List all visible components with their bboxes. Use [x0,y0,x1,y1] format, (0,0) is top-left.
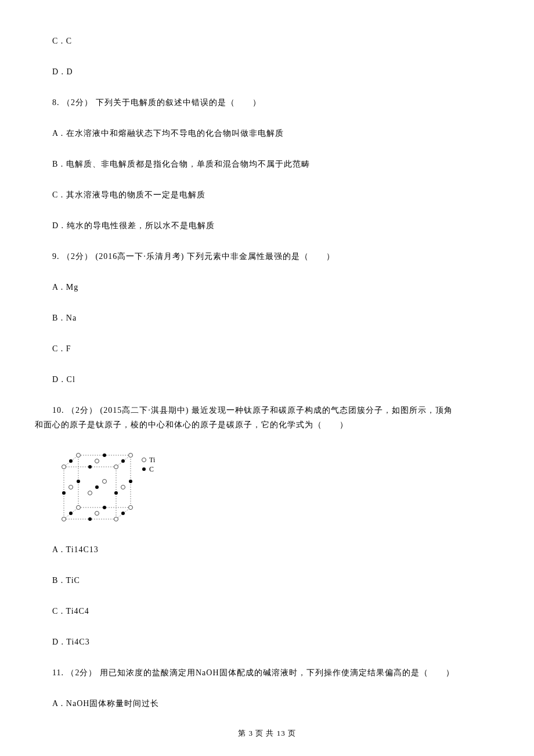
q9-option-c: C . F [35,343,499,355]
q8-option-d: D . 纯水的导电性很差，所以水不是电解质 [35,219,499,232]
svg-point-28 [69,459,73,463]
svg-point-26 [77,480,80,483]
svg-point-7 [114,465,118,469]
svg-point-19 [121,485,125,489]
svg-point-6 [62,465,66,469]
svg-point-21 [88,517,92,521]
svg-point-29 [121,459,125,463]
svg-point-11 [129,453,133,458]
svg-point-20 [88,465,92,469]
svg-point-18 [69,485,73,489]
q10-stem-line2: 和面心的原子是钛原子，棱的中心和体心的原子是碳原子，它的化学式为（ ） [35,419,499,431]
q8-option-a: A . 在水溶液中和熔融状态下均不导电的化合物叫做非电解质 [35,127,499,139]
q8-option-b: B . 电解质、非电解质都是指化合物，单质和混合物均不属于此范畴 [35,158,499,170]
q9-option-b: B . Na [35,312,499,324]
q9-option-d: D . Cl [35,373,499,386]
q9-stem: 9. （2分） (2016高一下·乐清月考) 下列元素中非金属性最强的是（ ） [35,250,499,262]
q8-stem: 8. （2分） 下列关于电解质的叙述中错误的是（ ） [35,96,499,109]
legend-c-label: C [149,465,154,473]
q10-option-d: D . Ti4C3 [35,636,499,648]
svg-point-10 [77,453,81,458]
svg-point-27 [129,480,132,483]
q7-option-c: C . C [35,35,499,47]
svg-point-16 [95,459,99,463]
svg-point-25 [103,506,106,509]
svg-point-30 [69,512,73,515]
q10-option-b: B . TiC [35,574,499,586]
q9-option-a: A . Mg [35,281,499,293]
q10-option-c: C . Ti4C4 [35,605,499,617]
svg-point-33 [142,458,146,462]
page-footer: 第 3 页 共 13 页 [0,728,534,739]
svg-point-9 [114,517,118,521]
legend-ti-label: Ti [149,456,156,464]
q11-stem: 11. （2分） 用已知浓度的盐酸滴定用NaOH固体配成的碱溶液时，下列操作使滴… [35,667,499,679]
q8-option-c: C . 其水溶液导电的物质不一定是电解质 [35,189,499,201]
svg-point-17 [95,512,99,516]
q10-diagram: Ti C [52,449,499,525]
svg-point-23 [114,491,118,495]
svg-point-13 [129,506,133,510]
svg-point-32 [95,485,99,489]
q10-option-a: A . Ti14C13 [35,543,499,556]
page-container: C . C D . D 8. （2分） 下列关于电解质的叙述中错误的是（ ） A… [0,0,534,756]
svg-point-24 [103,453,106,457]
q11-option-a: A . NaOH固体称量时间过长 [35,697,499,710]
svg-point-12 [77,506,81,510]
cube-structure-icon: Ti C [52,449,168,525]
svg-point-15 [103,480,107,484]
svg-point-14 [88,491,92,495]
svg-point-31 [121,512,125,515]
svg-point-8 [62,517,66,521]
svg-point-22 [62,491,66,495]
q10-stem-line1: 10. （2分） (2015高二下·淇县期中) 最近发现一种钛原子和碳原子构成的… [35,404,499,416]
q7-option-d: D . D [35,66,499,78]
svg-point-34 [142,467,146,471]
